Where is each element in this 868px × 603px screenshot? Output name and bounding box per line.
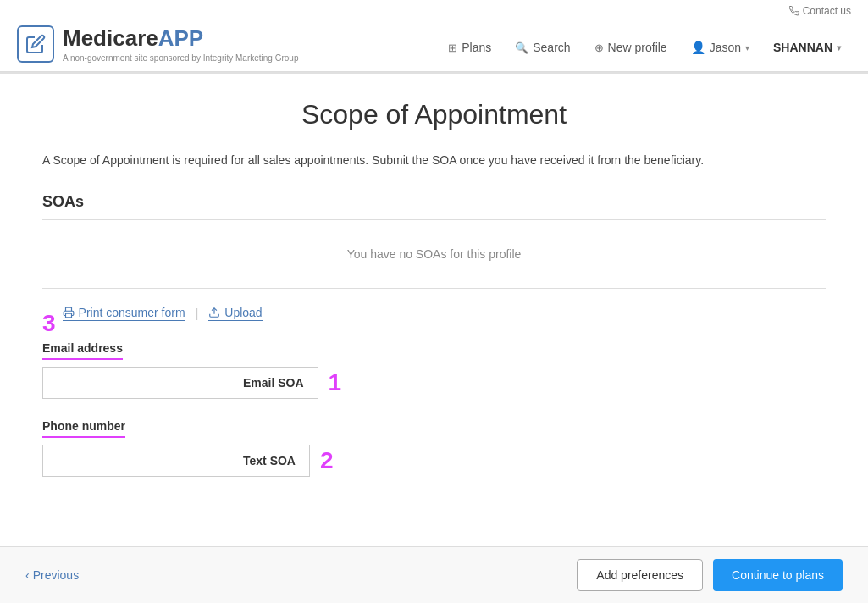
action-links: Print consumer form | Upload xyxy=(63,306,263,321)
email-section: Email address Email SOA 1 xyxy=(42,341,826,399)
account-label: SHANNAN xyxy=(773,41,832,54)
user-icon: 👤 xyxy=(691,41,705,54)
contact-us-text: Contact us xyxy=(803,5,851,17)
phone-label: Phone number xyxy=(42,419,125,438)
previous-label: Previous xyxy=(33,568,79,582)
upload-label: Upload xyxy=(224,306,262,319)
soas-divider xyxy=(42,219,826,220)
page-description: A Scope of Appointment is required for a… xyxy=(42,151,826,169)
step2-number: 2 xyxy=(320,447,334,474)
search-label: Search xyxy=(533,41,570,54)
empty-state-text: You have no SOAs for this profile xyxy=(42,234,826,274)
user-nav-btn[interactable]: 👤 Jason ▾ xyxy=(681,36,760,59)
new-profile-nav-btn[interactable]: ⊕ New profile xyxy=(584,36,677,59)
logo-area: MedicareAPP A non-government site sponso… xyxy=(17,25,298,63)
print-icon xyxy=(63,307,75,318)
nav-items: ⊞ Plans 🔍 Search ⊕ New profile 👤 Jason ▾… xyxy=(438,36,851,59)
footer-right: Add preferences Continue to plans xyxy=(577,559,843,591)
add-preferences-button[interactable]: Add preferences xyxy=(577,559,703,591)
prev-arrow-icon: ‹ xyxy=(25,568,30,582)
main-content: Scope of Appointment A Scope of Appointm… xyxy=(0,74,868,582)
logo-subtitle: A non-government site sponsored by Integ… xyxy=(63,53,298,63)
text-soa-button[interactable]: Text SOA xyxy=(229,445,310,477)
logo-icon xyxy=(17,25,54,63)
new-profile-icon: ⊕ xyxy=(594,41,604,54)
email-soa-button[interactable]: Email SOA xyxy=(229,367,318,399)
svg-rect-0 xyxy=(65,314,71,318)
phone-field-row: Text SOA 2 xyxy=(42,445,826,477)
user-chevron-icon: ▾ xyxy=(745,43,749,53)
page-title: Scope of Appointment xyxy=(42,99,826,130)
header: MedicareAPP A non-government site sponso… xyxy=(0,17,868,72)
account-nav-btn[interactable]: SHANNAN ▾ xyxy=(763,36,851,59)
phone-section: Phone number Text SOA 2 xyxy=(42,419,826,477)
email-field-row: Email SOA 1 xyxy=(42,367,826,399)
previous-button[interactable]: ‹ Previous xyxy=(25,568,79,582)
action-links-wrapper: 3 Print consumer form | Upload xyxy=(42,306,826,341)
upload-link[interactable]: Upload xyxy=(208,306,262,321)
print-consumer-form-link[interactable]: Print consumer form xyxy=(63,306,185,321)
footer: ‹ Previous Add preferences Continue to p… xyxy=(0,546,868,603)
step3-label: 3 xyxy=(42,310,56,337)
search-icon: 🔍 xyxy=(515,41,528,54)
soas-section-title: SOAs xyxy=(42,193,826,211)
contact-us-link[interactable]: Contact us xyxy=(789,5,851,17)
account-chevron-icon: ▾ xyxy=(837,43,841,53)
action-separator: | xyxy=(196,307,199,320)
logo-text: MedicareAPP xyxy=(63,25,298,52)
phone-input[interactable] xyxy=(42,445,229,477)
new-profile-label: New profile xyxy=(608,41,667,54)
plans-label: Plans xyxy=(462,41,491,54)
search-nav-btn[interactable]: 🔍 Search xyxy=(505,36,580,59)
email-input[interactable] xyxy=(42,367,229,399)
continue-to-plans-button[interactable]: Continue to plans xyxy=(713,559,843,591)
upload-icon xyxy=(208,307,220,318)
email-label: Email address xyxy=(42,341,123,360)
plans-nav-btn[interactable]: ⊞ Plans xyxy=(438,36,501,59)
print-form-label: Print consumer form xyxy=(79,306,185,319)
plans-icon: ⊞ xyxy=(448,41,457,54)
user-label: Jason xyxy=(710,41,741,54)
bottom-divider xyxy=(42,288,826,289)
step1-number: 1 xyxy=(329,369,342,396)
